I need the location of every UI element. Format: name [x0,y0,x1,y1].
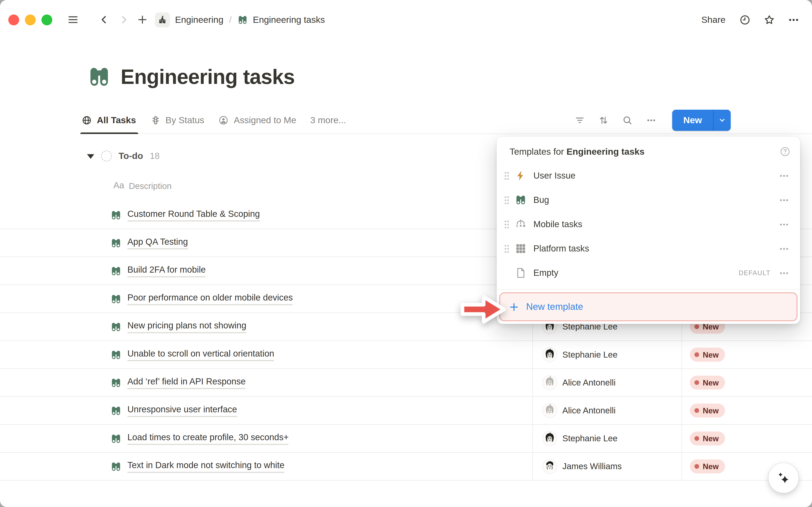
drag-handle-icon[interactable] [503,219,510,229]
assignee-cell[interactable]: Alice Antonelli [543,369,616,396]
status-dot [694,464,699,469]
breadcrumb-workspace[interactable]: Engineering [175,14,223,25]
template-item[interactable]: Mobile tasks [497,212,800,236]
task-title[interactable]: Unable to scroll on vertical orientation [127,348,274,361]
task-title[interactable]: Load times to create profile, 30 seconds… [127,432,289,445]
lightning-icon [515,170,527,181]
view-tab[interactable]: All Tasks [81,107,136,134]
stephanie-lee-avatar [543,432,557,446]
status-badge: New [690,376,725,390]
new-button[interactable]: New [672,110,731,131]
table-row: Unable to scroll on vertical orientation… [0,341,812,369]
task-title[interactable]: Text in Dark mode not switching to white [127,460,284,472]
view-tab[interactable]: By Status [150,107,204,134]
task-title[interactable]: New pricing plans not showing [127,321,246,333]
view-tab[interactable]: 3 more... [310,107,346,134]
search-icon[interactable] [622,115,633,125]
binoculars-icon [110,209,122,221]
task-title[interactable]: Unresponsive user interface [127,404,237,417]
assignee-cell[interactable]: Stephanie Lee [543,341,618,369]
back-icon[interactable] [98,14,110,25]
template-item[interactable]: User Issue [497,164,800,188]
assignee-cell[interactable]: Stephanie Lee [543,425,618,452]
template-item[interactable]: Empty DEFAULT [497,261,800,285]
status-cell[interactable]: New [690,341,725,369]
binoculars-icon [110,377,122,388]
sidebar-toggle-icon[interactable] [67,14,79,25]
drag-handle-icon[interactable] [503,243,510,254]
drag-handle-icon[interactable] [503,171,510,181]
person-circle-icon [218,115,229,125]
alice-antonelli-avatar [543,376,557,390]
workspace-icon[interactable] [155,12,170,27]
item-more-icon[interactable] [778,219,790,230]
status-dot [694,380,699,385]
status-label: New [703,462,719,471]
assignee-name: Stephanie Lee [562,434,618,443]
item-more-icon[interactable] [778,243,790,254]
status-cell[interactable]: New [690,397,725,425]
table-row: Unresponsive user interface Alice Antone… [0,397,812,425]
history-clock-icon[interactable] [739,14,751,25]
default-badge: DEFAULT [739,269,770,276]
new-page-icon[interactable] [137,14,148,25]
text-type-icon: Aa [113,180,124,191]
globe-icon [81,115,92,125]
favorite-star-icon[interactable] [763,14,775,25]
item-more-icon[interactable] [778,267,790,279]
task-title[interactable]: Poor performance on older mobile devices [127,292,293,305]
description-column-header[interactable]: Aa Description [113,180,171,191]
view-tab[interactable]: Assigned to Me [218,107,296,134]
assignee-cell[interactable]: James Williams [543,453,622,480]
page-header: Engineering tasks [87,65,294,89]
filter-icon[interactable] [574,115,585,125]
more-options-icon[interactable] [788,14,800,25]
status-label: New [703,434,719,443]
template-item[interactable]: Bug [497,188,800,212]
view-tabs: All Tasks By Status Assigned to Me 3 mor… [81,107,360,134]
notion-window: Engineering / Engineering tasks Share En… [0,0,812,507]
task-title[interactable]: Customer Round Table & Scoping [127,209,260,221]
view-more-icon[interactable] [646,115,657,125]
new-template-label: New template [526,301,583,312]
status-cell[interactable]: New [690,369,725,396]
ai-assistant-button[interactable] [768,463,799,493]
minimize-window-button[interactable] [25,14,36,25]
task-title[interactable]: Build 2FA for mobile [127,265,206,277]
forward-icon[interactable] [118,14,129,25]
item-more-icon[interactable] [778,194,790,206]
page-title[interactable]: Engineering tasks [121,65,295,88]
drag-handle-icon[interactable] [503,195,510,205]
task-title[interactable]: Add ‘ref’ field in API Response [127,376,246,389]
annotation-arrow-icon [459,292,507,327]
new-button-label[interactable]: New [672,110,713,131]
status-cell[interactable]: New [690,425,725,452]
item-more-icon[interactable] [778,170,790,181]
sort-icon[interactable] [598,115,609,125]
status-cell[interactable]: New [690,453,725,480]
assignee-cell[interactable]: Alice Antonelli [543,397,616,425]
alice-antonelli-avatar [543,403,557,417]
breadcrumb-page[interactable]: Engineering tasks [253,14,325,25]
template-item[interactable]: Platform tasks [497,236,800,261]
chevron-down-icon[interactable] [714,110,731,131]
page-binoculars-icon[interactable] [87,65,111,89]
status-board-icon [150,115,161,125]
popup-title: Templates for Engineering tasks [509,146,645,157]
templates-popup: Templates for Engineering tasks User Iss… [497,136,800,324]
status-badge: New [690,403,725,417]
sparkle-icon [775,470,792,486]
collapse-triangle-icon[interactable] [87,154,94,159]
task-title[interactable]: App QA Testing [127,237,188,249]
assignee-name: Alice Antonelli [562,405,616,415]
close-window-button[interactable] [8,14,19,25]
zoom-window-button[interactable] [42,14,52,25]
share-button[interactable]: Share [701,14,725,25]
status-dot [694,436,699,441]
new-template-button[interactable]: New template [499,292,798,321]
template-label: Bug [533,195,778,205]
group-count: 18 [150,151,159,161]
help-icon[interactable] [779,146,791,157]
binoculars-icon [110,321,122,332]
template-list: User Issue Bug [497,160,800,289]
